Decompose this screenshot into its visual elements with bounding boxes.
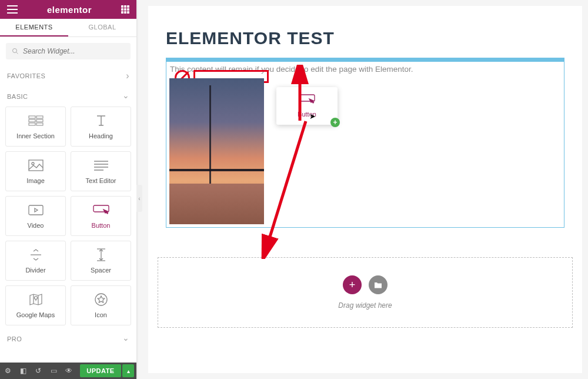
folder-icon [374, 281, 382, 288]
svg-rect-6 [29, 123, 35, 125]
template-button[interactable] [369, 275, 387, 294]
svg-rect-4 [29, 119, 35, 122]
panel-tabs: ELEMENTS GLOBAL [0, 19, 136, 37]
widget-video[interactable]: Video [5, 196, 66, 236]
widgets-grid: Inner Section Heading Image Text Editor … [0, 107, 136, 325]
widget-spacer[interactable]: Spacer [71, 241, 131, 281]
brand-logo: elementor [47, 5, 92, 15]
page-title: ELEMENTOR TEST [148, 6, 582, 58]
widget-icon[interactable]: Icon [71, 285, 131, 325]
drop-zone[interactable]: + Drag widget here [158, 257, 573, 328]
chevron-down-icon [122, 92, 130, 101]
svg-rect-17 [29, 205, 43, 215]
button-icon [299, 94, 315, 107]
menu-icon[interactable] [7, 5, 18, 14]
apps-icon[interactable] [121, 5, 129, 14]
preview-icon[interactable]: 👁 [61, 363, 76, 379]
svg-marker-18 [35, 208, 38, 212]
tab-global[interactable]: GLOBAL [68, 19, 136, 36]
button-icon [93, 203, 109, 217]
svg-point-12 [32, 162, 34, 165]
svg-point-26 [34, 297, 37, 300]
drag-ghost-label: Button [298, 111, 316, 118]
dropzone-text: Drag widget here [338, 301, 392, 310]
widget-inner-section[interactable]: Inner Section [5, 107, 66, 147]
widget-image[interactable]: Image [5, 151, 66, 191]
video-icon [28, 203, 44, 217]
heading-icon [93, 114, 109, 128]
search-icon [12, 48, 19, 55]
drag-plus-icon: + [330, 118, 340, 127]
responsive-icon[interactable]: ▭ [46, 363, 61, 379]
canvas-section[interactable]: This content will remain if you decide t… [166, 58, 564, 228]
add-section-button[interactable]: + [343, 275, 362, 294]
svg-rect-3 [36, 116, 43, 118]
update-button[interactable]: UPDATE [80, 364, 121, 377]
widget-heading[interactable]: Heading [71, 107, 131, 147]
update-caret[interactable]: ▴ [122, 364, 134, 377]
inner-section-icon [28, 114, 44, 128]
text-editor-icon [93, 158, 109, 172]
section-basic[interactable]: BASIC [0, 87, 136, 107]
svg-rect-2 [29, 116, 35, 118]
editor-canvas: ELEMENTOR TEST This content will remain … [148, 6, 582, 373]
divider-icon [28, 248, 44, 262]
widget-button[interactable]: Button [71, 196, 131, 236]
svg-line-1 [16, 52, 18, 54]
image-icon [28, 158, 44, 172]
history-icon[interactable]: ↺ [31, 363, 46, 379]
google-maps-icon [28, 292, 44, 307]
drag-ghost: Button + [276, 87, 338, 125]
sidebar-header: elementor [0, 0, 136, 19]
sidebar-footer: ⚙ ◧ ↺ ▭ 👁 UPDATE ▴ [0, 363, 136, 379]
svg-rect-7 [36, 123, 43, 125]
settings-icon[interactable]: ⚙ [0, 363, 15, 379]
navigator-icon[interactable]: ◧ [15, 363, 31, 379]
widget-google-maps[interactable]: Google Maps [5, 285, 66, 325]
svg-rect-5 [36, 119, 43, 122]
widget-divider[interactable]: Divider [5, 241, 66, 281]
widget-text-editor[interactable]: Text Editor [71, 151, 131, 191]
search-box [6, 43, 131, 59]
chevron-down-icon [122, 334, 130, 344]
content-image[interactable] [169, 78, 264, 224]
dropzone-buttons: + [343, 275, 387, 294]
elementor-sidebar: elementor ELEMENTS GLOBAL FAVORITES BASI… [0, 0, 136, 379]
section-favorites[interactable]: FAVORITES [0, 65, 136, 87]
icon-icon [93, 292, 109, 307]
svg-point-0 [13, 49, 17, 53]
search-input[interactable] [23, 47, 125, 55]
section-pro[interactable]: PRO [0, 329, 136, 349]
chevron-right-icon [126, 71, 129, 81]
spacer-icon [93, 248, 109, 262]
tab-elements[interactable]: ELEMENTS [0, 19, 68, 36]
collapse-handle[interactable]: ‹ [136, 185, 142, 212]
